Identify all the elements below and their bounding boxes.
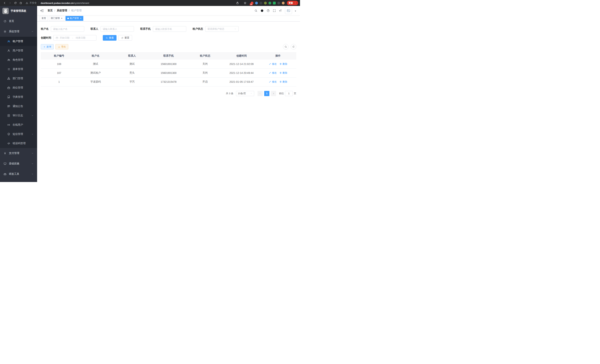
status-cell: 开启: [187, 77, 223, 86]
delete-link[interactable]: 删除: [279, 71, 287, 75]
actions-cell: 修改删除: [260, 68, 296, 77]
tab-label: 首页: [42, 17, 46, 20]
chrome-update-button[interactable]: 更新: [287, 1, 298, 5]
user-avatar[interactable]: [285, 7, 292, 14]
add-button[interactable]: 新增: [41, 44, 54, 49]
delete-link[interactable]: 删除: [279, 62, 287, 66]
sidebar-item-6[interactable]: 菜单管理: [0, 65, 37, 74]
shield-icon: [7, 133, 10, 136]
star-icon: [244, 1, 247, 4]
collapse-sidebar-icon[interactable]: [40, 9, 44, 13]
search-button[interactable]: 搜索: [103, 35, 116, 41]
url-path: /system/tenant: [74, 2, 89, 4]
sidebar-item-label: 用户管理: [13, 49, 23, 52]
extension-green-chat-icon[interactable]: [273, 2, 276, 4]
extension-green-y-icon[interactable]: [268, 2, 271, 4]
active-tab-dot: [67, 18, 69, 19]
download-icon: [58, 46, 60, 48]
sidebar-item-14[interactable]: 错误码管理: [0, 139, 37, 148]
sidebar-item-11[interactable]: 审计日志: [0, 111, 37, 120]
refresh-table-button[interactable]: [291, 44, 296, 49]
fullscreen-icon[interactable]: [273, 9, 276, 12]
font-size-icon[interactable]: [279, 9, 282, 12]
sidebar-item-16[interactable]: 基础设施: [0, 159, 37, 169]
export-button[interactable]: 导出: [56, 44, 68, 49]
breadcrumb-item-2[interactable]: 系统管理: [57, 9, 67, 12]
toggle-search-button[interactable]: [283, 44, 289, 49]
tenant-name-input[interactable]: [51, 26, 84, 32]
sidebar-item-7[interactable]: 部门管理: [0, 74, 37, 83]
page-size-select[interactable]: 10条/页: [236, 91, 254, 96]
close-icon[interactable]: ×: [80, 17, 82, 19]
github-icon[interactable]: [261, 9, 264, 12]
create-time-range-picker[interactable]: 开始日期 - 结束日期: [53, 35, 96, 41]
browser-reload-button[interactable]: [13, 0, 18, 6]
browser-home-button[interactable]: [18, 0, 23, 6]
goto-page-input[interactable]: [285, 91, 293, 96]
trash-icon: [279, 72, 282, 74]
tab-label: 租户管理: [70, 17, 79, 20]
created-cell: 2021-12-14 21:02:09: [223, 60, 260, 68]
page-1-button[interactable]: 1: [264, 91, 269, 96]
address-bar[interactable]: 不安全 dashboard.yudao.iocoder.cn/system/te…: [26, 1, 89, 5]
search-icon: [106, 37, 108, 39]
docs-help-icon[interactable]: [267, 9, 270, 12]
tab-1[interactable]: 首页: [40, 16, 48, 21]
extension-blue-icon[interactable]: [255, 2, 258, 4]
browser-back-button[interactable]: [2, 0, 7, 6]
app-logo[interactable]: 芋道管理系统: [0, 6, 37, 16]
sidebar-item-5[interactable]: 角色管理: [0, 55, 37, 65]
sidebar-item-13[interactable]: 短信管理: [0, 130, 37, 139]
share-button[interactable]: [235, 0, 240, 6]
browser-forward-button[interactable]: [7, 0, 13, 6]
sidebar-item-label: 基础设施: [9, 162, 19, 165]
breadcrumb-separator: /: [69, 9, 70, 12]
column-header: 联系手机: [150, 52, 187, 60]
edit-link[interactable]: 修改: [269, 80, 277, 84]
sidebar-item-10[interactable]: 通知公告: [0, 102, 37, 111]
phone-input[interactable]: [153, 26, 186, 32]
sidebar-item-17[interactable]: 研发工具: [0, 169, 37, 179]
header-search-icon[interactable]: [254, 9, 258, 12]
tab-3[interactable]: 租户管理×: [66, 16, 84, 21]
phone-cell: 17321315478: [150, 77, 187, 86]
bookmark-button[interactable]: [242, 0, 248, 6]
broken-image-icon: [287, 9, 290, 12]
extension-olive-icon[interactable]: [264, 2, 267, 4]
tenant-name-field: 租户名: [41, 26, 84, 32]
delete-link[interactable]: 删除: [279, 80, 287, 84]
sidebar-item-15[interactable]: 支付管理: [0, 148, 37, 159]
tab-2[interactable]: 部门管理×: [49, 16, 64, 21]
breadcrumb-item-1[interactable]: 首页: [47, 9, 53, 12]
sidebar-item-2[interactable]: 系统管理: [0, 26, 37, 37]
extension-profile-icon[interactable]: [282, 2, 285, 4]
sidebar-item-4[interactable]: 用户管理: [0, 46, 37, 55]
reload-icon: [14, 1, 17, 4]
tools-icon: [3, 173, 7, 176]
filter-row-2: 创建时间 开始日期 - 结束日期 搜索 重置: [41, 35, 296, 41]
tenant-table: 租户编号租户名联系人联系手机租户状态创建时间操作 108测试测试15601691…: [41, 52, 296, 86]
browser-menu-icon[interactable]: [294, 2, 297, 4]
goto-label: 前往: [279, 92, 284, 95]
actions-cell: 修改删除: [260, 60, 296, 68]
close-icon[interactable]: ×: [61, 17, 63, 19]
sidebar-item-3[interactable]: 租户管理: [0, 37, 37, 46]
prev-page-button[interactable]: [258, 91, 263, 96]
sidebar-item-12[interactable]: 在线用户: [0, 120, 37, 130]
avatar-caret-icon[interactable]: [294, 9, 297, 13]
sidebar-item-8[interactable]: 岗位管理: [0, 83, 37, 92]
sidebar-item-1[interactable]: 首页: [0, 16, 37, 26]
extension-dark-icon[interactable]: [260, 2, 262, 4]
edit-link[interactable]: 修改: [269, 62, 277, 66]
tenant-status-select[interactable]: 请选择租户状态: [205, 26, 239, 32]
next-page-button[interactable]: [271, 91, 276, 96]
page-content: 租户名 联系人 联系手机 租户状态 请选择租户状态: [37, 21, 300, 182]
edit-link[interactable]: 修改: [269, 71, 277, 75]
extension-puzzle-icon[interactable]: [277, 2, 280, 4]
contact-input[interactable]: [101, 26, 134, 32]
reset-button[interactable]: 重置: [118, 35, 132, 41]
page-size-value: 10条/页: [238, 92, 246, 95]
contact-cell: 测试: [114, 60, 150, 68]
sidebar-item-9[interactable]: 字典管理: [0, 92, 37, 102]
security-label: 不安全: [29, 1, 37, 5]
